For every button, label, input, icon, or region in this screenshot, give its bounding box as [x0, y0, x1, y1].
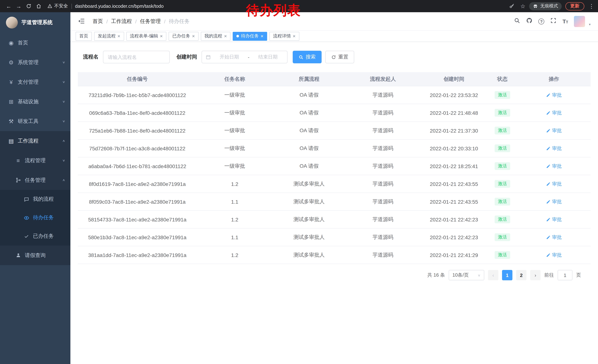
page-tab[interactable]: 我的流程 × — [201, 32, 231, 40]
search-button[interactable]: 搜索 — [293, 51, 322, 63]
close-icon[interactable]: × — [117, 34, 120, 39]
table-row: 069c6a63-7b8a-11ec-8ef0-acde48001122 一级审… — [78, 104, 590, 122]
breadcrumb-home[interactable]: 首页 — [93, 18, 103, 25]
approve-link[interactable]: 审批 — [546, 216, 562, 223]
sidebar-item-task-management[interactable]: 任务管理 ∧ — [0, 170, 70, 190]
active-dot — [237, 35, 239, 37]
not-secure-icon — [47, 4, 52, 8]
process-cell: OA 请假 — [273, 127, 346, 134]
incognito-icon — [533, 4, 538, 9]
approve-link[interactable]: 审批 — [546, 109, 562, 116]
sidebar-item-workflow[interactable]: ▤ 工作流程 ∧ — [0, 131, 70, 151]
page-tab[interactable]: 已办任务 × — [169, 32, 199, 40]
status-cell: 激活 — [488, 144, 517, 152]
sidebar-item-leave-query[interactable]: 请假查询 — [0, 245, 70, 265]
approve-link-label: 审批 — [552, 127, 562, 134]
page-tab[interactable]: 发起流程 × — [94, 32, 124, 40]
start-date-field[interactable]: 开始日期 — [214, 54, 245, 60]
collapse-sidebar-icon[interactable] — [78, 17, 86, 25]
status-badge: 激活 — [495, 180, 510, 188]
close-icon[interactable]: × — [293, 34, 295, 39]
sidebar-item-process-management[interactable]: ≡ 流程管理 ∨ — [0, 151, 70, 170]
fullscreen-icon[interactable] — [550, 17, 556, 25]
close-icon[interactable]: × — [192, 34, 195, 39]
table-row: 75d72608-7b7f-11ec-a3c8-acde48001122 一级审… — [78, 140, 590, 157]
tab-label: 发起流程 — [98, 33, 116, 39]
column-header: 操作 — [517, 76, 590, 82]
approve-link-label: 审批 — [552, 180, 562, 187]
chevron-up-icon: ∧ — [62, 139, 65, 143]
task-name-cell: 1.1 — [197, 199, 273, 205]
end-date-field[interactable]: 结束日期 — [252, 54, 283, 60]
approve-link[interactable]: 审批 — [546, 92, 562, 98]
table-row: 58154733-7ac8-11ec-a9e2-a2380e71991a 1.2… — [78, 211, 590, 228]
task-id-cell: 725a1eb6-7b88-11ec-8ef0-acde48001122 — [78, 128, 197, 133]
goto-page-input[interactable] — [558, 270, 573, 280]
sidebar-item-home[interactable]: ◉ 首页 — [0, 33, 70, 53]
url-text[interactable]: dashboard.yudao.iocoder.cn/bpm/task/todo — [75, 4, 164, 9]
tab-bar: 首页 发起流程 × 流程表单-编辑 × 已办任务 × 我的流程 × 待办任务 ×… — [70, 31, 598, 42]
key-icon[interactable] — [507, 1, 517, 11]
close-icon[interactable]: × — [160, 34, 163, 39]
address-bar[interactable]: 不安全 dashboard.yudao.iocoder.cn/bpm/task/… — [47, 3, 164, 9]
home-icon[interactable] — [34, 1, 44, 11]
next-page-button[interactable]: › — [530, 270, 540, 280]
avatar-caret-icon[interactable]: ▾ — [589, 22, 590, 27]
approve-link[interactable]: 审批 — [546, 180, 562, 187]
search-icon[interactable] — [514, 17, 520, 25]
menu-dots-icon[interactable]: ⋮ — [589, 3, 594, 9]
sidebar-item-todo-tasks[interactable]: 待办任务 — [0, 209, 70, 227]
approve-link[interactable]: 审批 — [546, 234, 562, 241]
incognito-label: 无痕模式 — [540, 3, 558, 9]
task-id-cell: 8f059c03-7ac8-11ec-a9e2-a2380e71991a — [78, 199, 197, 205]
approve-link[interactable]: 审批 — [546, 252, 562, 258]
table-row: 381aa1dd-7ac8-11ec-a9e2-a2380e71991a 1.2… — [78, 246, 590, 264]
breadcrumb-task-management[interactable]: 任务管理 — [140, 18, 161, 25]
reload-icon[interactable] — [24, 1, 34, 11]
github-icon[interactable] — [526, 17, 532, 25]
sidebar-item-infrastructure[interactable]: ⊞ 基础设施 ∨ — [0, 92, 70, 112]
page-number-button[interactable]: 2 — [516, 270, 526, 280]
status-cell: 激活 — [488, 215, 517, 223]
bookmark-star-icon[interactable]: ☆ — [520, 3, 525, 9]
create-time-cell: 2022-01-21 22:41:29 — [420, 252, 488, 258]
close-icon[interactable]: × — [261, 34, 263, 39]
approve-link[interactable]: 审批 — [546, 198, 562, 205]
table-row: 725a1eb6-7b88-11ec-8ef0-acde48001122 一级审… — [78, 122, 590, 140]
prev-page-button[interactable]: ‹ — [488, 270, 498, 280]
process-cell: 测试多审批人 — [273, 198, 346, 205]
gear-icon: ⚙ — [8, 59, 15, 66]
process-name-input[interactable] — [103, 51, 170, 63]
initiator-cell: 芋道源码 — [346, 198, 420, 205]
approve-link[interactable]: 审批 — [546, 127, 562, 134]
tab-label: 待办任务 — [241, 33, 259, 39]
table-row: 73211d9d-7b9b-11ec-b5b7-acde48001122 一级审… — [78, 86, 590, 104]
chevron-down-icon: ∨ — [62, 61, 65, 64]
update-button[interactable]: 更新 — [565, 2, 584, 10]
sidebar-item-my-process[interactable]: 我的流程 — [0, 190, 70, 209]
sidebar-item-done-tasks[interactable]: 已办任务 — [0, 227, 70, 245]
sidebar-item-devtools[interactable]: ⚒ 研发工具 ∨ — [0, 112, 70, 131]
date-range-picker[interactable]: 开始日期 - 结束日期 — [201, 51, 288, 63]
page-size-select[interactable]: 10条/页 ∨ — [449, 270, 484, 280]
sidebar-item-payment[interactable]: ¥ 支付管理 ∨ — [0, 72, 70, 92]
font-size-icon[interactable]: TT — [562, 18, 568, 25]
breadcrumb-workflow[interactable]: 工作流程 — [111, 18, 132, 25]
table-row: 8f059c03-7ac8-11ec-a9e2-a2380e71991a 1.1… — [78, 193, 590, 211]
close-icon[interactable]: × — [224, 34, 227, 39]
sidebar-item-system[interactable]: ⚙ 系统管理 ∨ — [0, 53, 70, 72]
approve-link[interactable]: 审批 — [546, 145, 562, 152]
page-tab[interactable]: 待办任务 × — [233, 32, 267, 40]
help-icon[interactable]: ? — [538, 18, 544, 24]
sidebar-item-label: 我的流程 — [33, 196, 54, 202]
page-number-button[interactable]: 1 — [502, 270, 512, 280]
reset-button[interactable]: 重置 — [325, 51, 354, 63]
task-id-cell: 580e1b3d-7ac8-11ec-a9e2-a2380e71991a — [78, 234, 197, 240]
user-avatar[interactable] — [574, 16, 585, 27]
page-tab[interactable]: 首页 — [75, 32, 92, 40]
approve-link[interactable]: 审批 — [546, 163, 562, 170]
forward-icon[interactable]: → — [14, 1, 24, 11]
page-tab[interactable]: 流程表单-编辑 × — [126, 32, 166, 40]
page-tab[interactable]: 流程详情 × — [269, 32, 299, 40]
back-icon[interactable]: ← — [4, 1, 14, 11]
